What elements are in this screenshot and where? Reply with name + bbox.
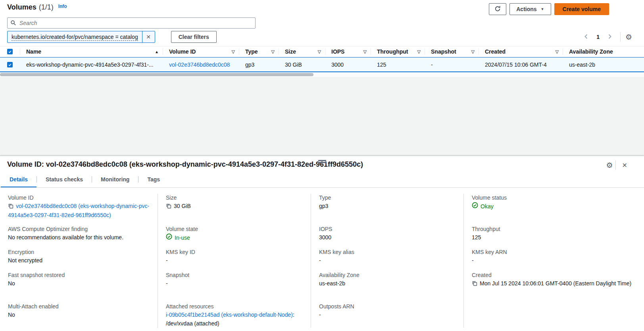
table-header-row: Name ▲ Volume ID ▽ Type ▽ Size ▽ IOPS ▽ … bbox=[0, 46, 644, 57]
tab-monitoring[interactable]: Monitoring bbox=[92, 171, 138, 187]
status-ok-icon bbox=[166, 233, 172, 242]
panel-preferences-gear-icon[interactable]: ⚙ bbox=[606, 162, 613, 169]
filter-token: kubernetes.io/created-for/pvc/namespace … bbox=[7, 31, 155, 43]
create-volume-button[interactable]: Create volume bbox=[554, 3, 609, 15]
sortable-icon: ▽ bbox=[556, 49, 559, 54]
filter-token-label: kubernetes.io/created-for/pvc/namespace … bbox=[8, 31, 142, 42]
filter-token-dismiss-button[interactable]: ✕ bbox=[142, 31, 155, 42]
column-header-snapshot[interactable]: Snapshot ▽ bbox=[425, 46, 479, 57]
attached-instance-link[interactable]: i-09b05c4f1be2145ad (eks-workshop-defaul… bbox=[166, 312, 293, 318]
column-header-volume-id[interactable]: Volume ID ▽ bbox=[163, 46, 239, 57]
sortable-icon: ▽ bbox=[363, 49, 367, 54]
field-iops: IOPS 3000 bbox=[319, 225, 456, 248]
field-volume-id: Volume ID vol-02e3746bd8edc0c08 (eks-wor… bbox=[8, 194, 150, 225]
column-header-size[interactable]: Size ▽ bbox=[279, 46, 325, 57]
search-input[interactable] bbox=[7, 17, 256, 29]
volume-state-value: In-use bbox=[175, 234, 190, 242]
field-multi-attach: Multi-Attach enabled No bbox=[8, 302, 150, 319]
cell-type: gp3 bbox=[239, 62, 279, 68]
column-header-name[interactable]: Name ▲ bbox=[20, 46, 163, 57]
cell-size: 30 GiB bbox=[279, 62, 325, 68]
caret-down-icon: ▼ bbox=[541, 7, 544, 11]
copy-icon[interactable] bbox=[8, 203, 13, 211]
previous-page-button[interactable] bbox=[581, 32, 592, 42]
copy-icon[interactable] bbox=[166, 203, 171, 211]
table-preferences-gear-icon[interactable]: ⚙ bbox=[625, 33, 632, 41]
chevron-left-icon bbox=[584, 34, 588, 40]
volume-status-value: Okay bbox=[481, 202, 494, 211]
field-created: Created Mon Jul 15 2024 10:06:01 GMT-040… bbox=[472, 271, 636, 302]
pagination: 1 ⚙ bbox=[581, 32, 632, 42]
volume-id-link[interactable]: vol-02e3746bd8edc0c08 bbox=[169, 62, 230, 68]
field-size: Size 30 GiB bbox=[166, 194, 303, 225]
column-header-created[interactable]: Created ▽ bbox=[479, 46, 563, 57]
field-availability-zone: Availability Zone us-east-2b bbox=[319, 271, 456, 302]
row-checkbox-cell bbox=[0, 62, 20, 67]
horizontal-scrollbar bbox=[0, 72, 644, 77]
page-header: Volumes (1/1) Info Actions ▼ Create volu… bbox=[0, 0, 644, 46]
field-kms-key-id: KMS key ID - bbox=[166, 248, 303, 271]
select-all-checkbox[interactable] bbox=[7, 49, 13, 54]
created-value: Mon Jul 15 2024 10:06:01 GMT-0400 (Easte… bbox=[480, 280, 631, 287]
refresh-icon bbox=[494, 6, 501, 13]
page-number[interactable]: 1 bbox=[593, 34, 603, 40]
tab-tags[interactable]: Tags bbox=[138, 171, 169, 187]
divider bbox=[620, 32, 621, 42]
sortable-icon: ▽ bbox=[417, 49, 421, 54]
cell-snapshot: - bbox=[425, 62, 479, 68]
sortable-icon: ▽ bbox=[318, 49, 321, 54]
field-outposts-arn: Outposts ARN - bbox=[319, 302, 456, 319]
panel-title: Volume ID: vol-02e3746bd8edc0c08 (eks-wo… bbox=[7, 160, 363, 169]
panel-tabs: Details Status checks Monitoring Tags bbox=[0, 171, 644, 188]
details-content: Volume ID vol-02e3746bd8edc0c08 (eks-wor… bbox=[0, 188, 644, 331]
close-icon: ✕ bbox=[146, 34, 151, 40]
field-attached-resources: Attached resources i-09b05c4f1be2145ad (… bbox=[166, 302, 303, 328]
volume-details-panel: Volume ID: vol-02e3746bd8edc0c08 (eks-wo… bbox=[0, 156, 644, 331]
clear-filters-button[interactable]: Clear filters bbox=[171, 31, 217, 43]
cell-created: 2024/07/15 10:06 GMT-4 bbox=[479, 62, 563, 68]
sortable-icon: ▽ bbox=[471, 49, 475, 54]
field-fast-snapshot-restored: Fast snapshot restored No bbox=[8, 271, 150, 302]
table-empty-area bbox=[0, 77, 644, 156]
select-all-checkbox-cell bbox=[0, 46, 20, 57]
tab-status-checks[interactable]: Status checks bbox=[37, 171, 92, 187]
field-kms-key-alias: KMS key alias - bbox=[319, 248, 456, 271]
actions-button[interactable]: Actions ▼ bbox=[509, 3, 551, 15]
info-link[interactable]: Info bbox=[58, 4, 67, 9]
panel-resize-handle-icon[interactable] bbox=[317, 158, 327, 165]
next-page-button[interactable] bbox=[604, 32, 615, 42]
field-snapshot: Snapshot - bbox=[166, 271, 303, 302]
sort-ascending-icon: ▲ bbox=[155, 50, 159, 54]
tab-details[interactable]: Details bbox=[1, 171, 37, 187]
cell-name: eks-workshop-dynamic-pvc-4914a5e3-0297-4… bbox=[20, 62, 163, 68]
attached-device-path: /dev/xvdaa (attached) bbox=[166, 319, 303, 328]
copy-icon[interactable] bbox=[472, 280, 477, 289]
page-title: Volumes bbox=[7, 3, 37, 12]
field-volume-status: Volume status Okay bbox=[472, 194, 636, 225]
refresh-button[interactable] bbox=[489, 3, 506, 15]
status-ok-icon bbox=[472, 202, 478, 211]
column-header-availability-zone[interactable]: Availability Zone bbox=[563, 46, 644, 57]
row-checkbox[interactable] bbox=[7, 62, 13, 67]
cell-availability-zone: us-east-2b bbox=[563, 62, 644, 68]
table-row[interactable]: eks-workshop-dynamic-pvc-4914a5e3-0297-4… bbox=[0, 57, 644, 72]
divider bbox=[615, 160, 616, 170]
column-header-iops[interactable]: IOPS ▽ bbox=[325, 46, 371, 57]
sortable-icon: ▽ bbox=[232, 49, 235, 54]
resource-count: (1/1) bbox=[39, 3, 54, 12]
actions-button-label: Actions bbox=[516, 6, 536, 12]
panel-close-icon[interactable]: ✕ bbox=[618, 162, 631, 169]
horizontal-scrollbar-thumb[interactable] bbox=[0, 73, 313, 76]
column-header-throughput[interactable]: Throughput ▽ bbox=[371, 46, 425, 57]
field-throughput: Throughput 125 bbox=[472, 225, 636, 248]
field-compute-optimizer: AWS Compute Optimizer finding No recomme… bbox=[8, 225, 150, 248]
field-volume-state: Volume state In-use bbox=[166, 225, 303, 248]
search-icon bbox=[10, 20, 16, 27]
sortable-icon: ▽ bbox=[271, 49, 275, 54]
field-kms-key-arn: KMS key ARN - bbox=[472, 248, 636, 271]
volumes-table: Name ▲ Volume ID ▽ Type ▽ Size ▽ IOPS ▽ … bbox=[0, 46, 644, 77]
column-header-type[interactable]: Type ▽ bbox=[239, 46, 279, 57]
volume-id-detail-link[interactable]: vol-02e3746bd8edc0c08 (eks-workshop-dyna… bbox=[8, 203, 149, 218]
field-encryption: Encryption Not encrypted bbox=[8, 248, 150, 271]
cell-throughput: 125 bbox=[371, 62, 425, 68]
